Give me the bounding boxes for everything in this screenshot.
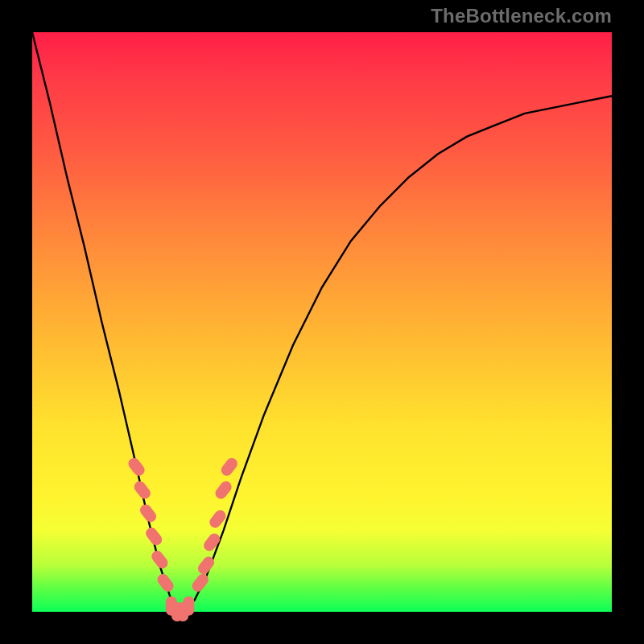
marker-layer (126, 456, 240, 621)
data-marker (149, 548, 170, 571)
data-marker (126, 456, 147, 478)
watermark-text: TheBottleneck.com (431, 5, 612, 27)
data-marker (183, 597, 194, 616)
chart-frame: TheBottleneck.com (0, 0, 644, 644)
data-marker (155, 572, 176, 594)
plot-area (32, 32, 612, 612)
data-marker (132, 479, 153, 502)
chart-svg (32, 32, 612, 612)
data-marker (138, 502, 159, 525)
data-marker (213, 479, 234, 502)
data-marker (219, 456, 240, 478)
bottleneck-curve (32, 32, 612, 612)
data-marker (143, 526, 164, 548)
